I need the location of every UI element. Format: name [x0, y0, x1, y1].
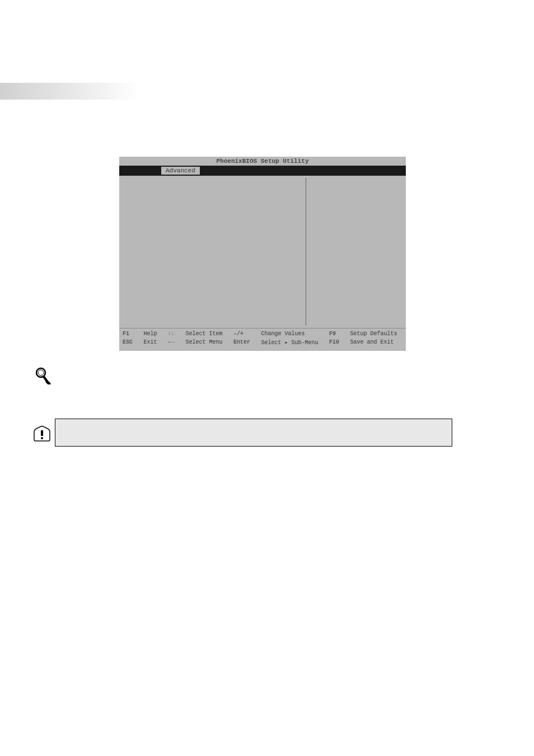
f10-key: F10 — [329, 339, 345, 346]
plusminus-action: Change Values — [261, 331, 324, 337]
bios-menubar: Advanced — [119, 166, 406, 176]
bios-content-area — [119, 176, 406, 328]
bios-footer-keys: F1 Help ↑↓ Select Item -/+ Change Values… — [119, 328, 406, 348]
caution-note-box — [55, 419, 452, 447]
updown-key: ↑↓ — [168, 331, 180, 337]
leftright-action: Select Menu — [185, 339, 228, 346]
bios-title: PhoenixBIOS Setup Utility — [119, 157, 406, 166]
plusminus-key: -/+ — [233, 331, 256, 337]
enter-key: Enter — [233, 339, 256, 346]
svg-rect-3 — [41, 430, 43, 436]
updown-action: Select Item — [185, 331, 228, 337]
bios-left-panel — [121, 178, 306, 326]
f10-action: Save and Exit — [350, 339, 403, 346]
leftright-key: ←→ — [168, 339, 180, 346]
esc-action: Exit — [143, 339, 162, 346]
f9-key: F9 — [329, 331, 345, 337]
magnifier-icon — [34, 367, 51, 384]
header-gradient-bar — [0, 83, 140, 100]
svg-point-1 — [38, 370, 44, 375]
esc-key: ESC — [123, 339, 138, 346]
svg-point-4 — [41, 437, 43, 439]
enter-action: Select ▸ Sub-Menu — [261, 339, 324, 346]
f1-action: Help — [143, 331, 162, 337]
bios-setup-window: PhoenixBIOS Setup Utility Advanced F1 He… — [119, 157, 406, 351]
caution-icon — [32, 424, 51, 443]
f1-key: F1 — [123, 331, 138, 337]
bios-help-panel — [306, 178, 404, 326]
f9-action: Setup Defaults — [350, 331, 403, 337]
tab-advanced[interactable]: Advanced — [161, 167, 200, 175]
